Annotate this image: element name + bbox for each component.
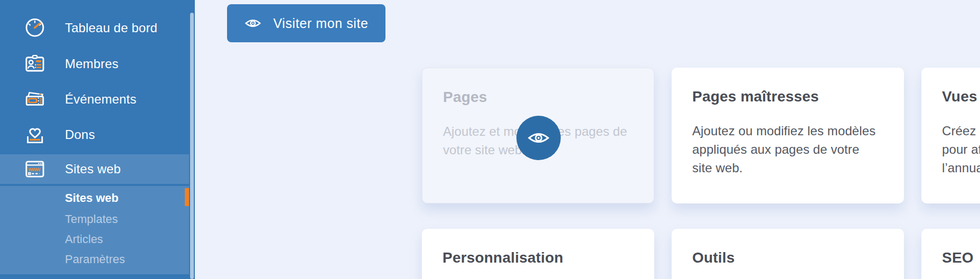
submenu-item-label: Sites web [65,191,118,204]
sidebar-item-label: Événements [65,92,136,107]
app-root: Tableau de bord Membres [0,0,980,279]
events-icon [23,87,47,111]
card-title: Personnalisation [442,249,654,267]
main-content: Visiter mon site Pages Ajoutez et modifi… [195,0,980,279]
card-title: Pages maîtresses [692,88,904,106]
sidebar-item-membres[interactable]: Membres [0,49,189,79]
sidebar-item-label: Membres [65,57,118,71]
website-icon: www [23,157,47,181]
dashboard-icon [23,16,47,40]
submenu-item-articles[interactable]: Articles [0,229,189,249]
card-description: Ajoutez ou modifiez les modèles appliqué… [692,122,877,177]
card-vues[interactable]: Vues Créez des vues personnalisées pour … [921,68,980,203]
submenu-item-parametres[interactable]: Paramètres [0,249,189,269]
svg-text:www: www [28,166,41,172]
submenu-item-sites-web[interactable]: Sites web [0,188,189,208]
card-outils[interactable]: Outils [672,229,904,279]
submenu-item-label: Paramètres [65,253,125,266]
card-personnalisation[interactable]: Personnalisation [422,229,654,279]
sidebar-item-label: Tableau de bord [65,21,157,35]
active-item-indicator [185,188,189,206]
submenu-item-label: Articles [65,232,103,246]
sidebar-scrollbar[interactable] [190,13,194,279]
preview-eye-button[interactable] [516,116,561,160]
sidebar-item-sites-web[interactable]: www Sites web [0,154,189,184]
card-title: Outils [692,249,904,267]
card-pages[interactable]: Pages Ajoutez et modifiez les pages de v… [422,68,654,203]
card-description: Créez des vues personnalisées pour affic… [942,122,980,177]
eye-icon [244,14,262,32]
submenu-item-templates[interactable]: Templates [0,209,189,229]
card-title: Vues [942,88,980,106]
card-seo[interactable]: SEO [921,229,980,279]
card-title: SEO [942,249,980,267]
card-title: Pages [443,88,654,106]
sidebar-item-label: Dons [65,127,95,142]
visit-site-button-label: Visiter mon site [273,16,368,31]
members-icon [23,52,47,76]
sites-web-submenu: Sites web Templates Articles Paramètres [0,186,189,274]
sidebar-item-dons[interactable]: Dons [0,120,189,150]
sidebar-item-tableau-de-bord[interactable]: Tableau de bord [0,13,189,43]
sidebar-item-label: Sites web [65,162,121,176]
card-pages-maitresses[interactable]: Pages maîtresses Ajoutez ou modifiez les… [672,68,904,203]
eye-icon [526,126,551,150]
visit-site-button[interactable]: Visiter mon site [227,4,385,42]
sidebar-item-evenements[interactable]: Événements [0,85,189,114]
submenu-item-label: Templates [65,212,118,226]
sidebar: Tableau de bord Membres [0,0,195,279]
donations-icon [23,123,47,147]
